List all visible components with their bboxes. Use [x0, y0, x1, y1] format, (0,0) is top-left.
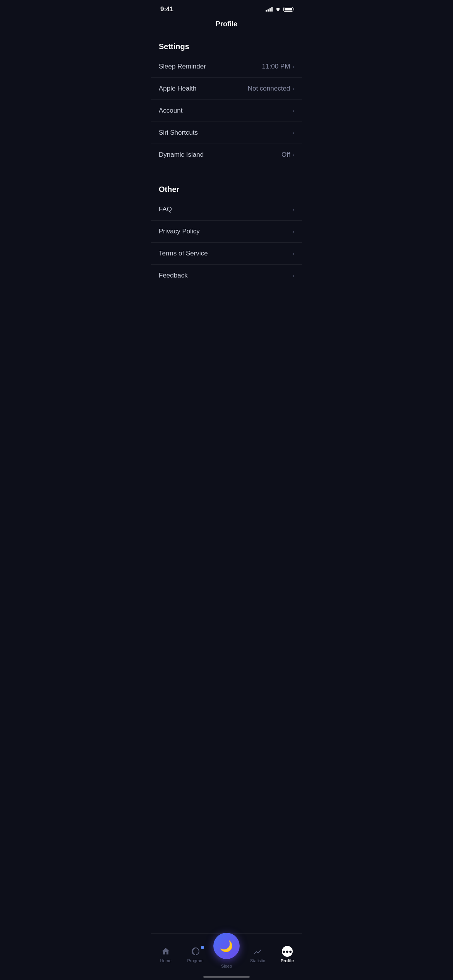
dynamic-island-value: Off: [281, 151, 290, 159]
feedback-label: Feedback: [159, 272, 188, 279]
dynamic-island-chevron: ›: [292, 152, 294, 158]
apple-health-right: Not connected ›: [248, 85, 294, 93]
settings-item-account[interactable]: Account ›: [151, 100, 302, 122]
siri-shortcuts-chevron: ›: [292, 130, 294, 136]
faq-chevron: ›: [292, 206, 294, 212]
sleep-reminder-value: 11:00 PM: [262, 63, 290, 70]
settings-list: Sleep Reminder 11:00 PM › Apple Health N…: [151, 56, 302, 166]
terms-of-service-label: Terms of Service: [159, 250, 208, 257]
other-list: FAQ › Privacy Policy › Terms of Service …: [151, 199, 302, 286]
feedback-right: ›: [292, 272, 294, 279]
siri-shortcuts-label: Siri Shortcuts: [159, 129, 198, 137]
dynamic-island-label: Dynamic Island: [159, 151, 204, 159]
page-title: Profile: [216, 20, 237, 28]
settings-section: Settings Sleep Reminder 11:00 PM › Apple…: [151, 34, 302, 166]
nav-header: Profile: [151, 16, 302, 34]
settings-item-dynamic-island[interactable]: Dynamic Island Off ›: [151, 144, 302, 166]
faq-label: FAQ: [159, 206, 172, 213]
terms-of-service-chevron: ›: [292, 250, 294, 257]
status-icons: [266, 7, 294, 12]
sleep-reminder-chevron: ›: [292, 63, 294, 70]
section-spacer: [151, 170, 302, 177]
status-bar: 9:41: [151, 0, 302, 16]
account-right: ›: [292, 108, 294, 114]
settings-section-header: Settings: [151, 34, 302, 56]
privacy-policy-label: Privacy Policy: [159, 228, 200, 235]
feedback-chevron: ›: [292, 272, 294, 279]
status-time: 9:41: [160, 5, 173, 13]
settings-item-privacy-policy[interactable]: Privacy Policy ›: [151, 221, 302, 243]
settings-item-apple-health[interactable]: Apple Health Not connected ›: [151, 78, 302, 100]
account-label: Account: [159, 107, 182, 115]
privacy-policy-chevron: ›: [292, 228, 294, 235]
siri-shortcuts-right: ›: [292, 130, 294, 136]
settings-item-feedback[interactable]: Feedback ›: [151, 265, 302, 286]
wifi-icon: [275, 7, 281, 12]
privacy-policy-right: ›: [292, 228, 294, 235]
faq-right: ›: [292, 206, 294, 212]
battery-icon: [283, 7, 294, 12]
dynamic-island-right: Off ›: [281, 151, 294, 159]
other-section: Other FAQ › Privacy Policy › Terms of Se…: [151, 177, 302, 286]
other-section-header: Other: [151, 177, 302, 199]
apple-health-label: Apple Health: [159, 85, 196, 93]
settings-item-sleep-reminder[interactable]: Sleep Reminder 11:00 PM ›: [151, 56, 302, 78]
signal-icon: [266, 7, 273, 12]
sleep-reminder-right: 11:00 PM ›: [262, 63, 294, 70]
settings-item-siri-shortcuts[interactable]: Siri Shortcuts ›: [151, 122, 302, 144]
account-chevron: ›: [292, 108, 294, 114]
sleep-reminder-label: Sleep Reminder: [159, 63, 206, 70]
settings-item-faq[interactable]: FAQ ›: [151, 199, 302, 221]
apple-health-chevron: ›: [292, 86, 294, 92]
apple-health-value: Not connected: [248, 85, 290, 93]
settings-item-terms-of-service[interactable]: Terms of Service ›: [151, 243, 302, 265]
main-content: Settings Sleep Reminder 11:00 PM › Apple…: [151, 34, 302, 325]
terms-of-service-right: ›: [292, 250, 294, 257]
